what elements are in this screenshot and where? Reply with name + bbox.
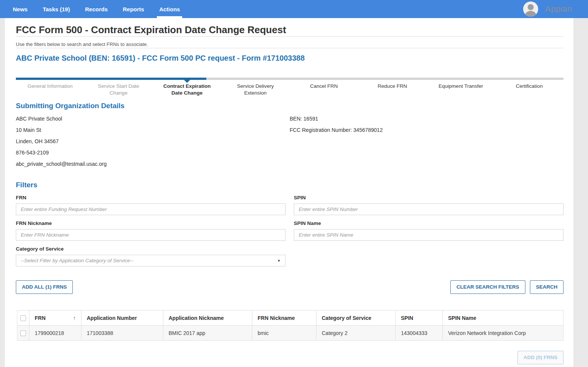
- form-heading: ABC Private School (BEN: 16591) - FCC Fo…: [16, 53, 563, 63]
- nav-item-reports[interactable]: Reports: [120, 0, 146, 18]
- current-step-caret-icon: [184, 80, 190, 83]
- cell-frn-nickname: bmic: [252, 326, 316, 341]
- category-of-service-selected-value: --Select Filter by Application Category …: [21, 258, 134, 263]
- org-fcc-registration: FCC Registration Number: 3456789012: [290, 126, 563, 137]
- page-subtitle: Use the filters below to search and sele…: [16, 41, 563, 48]
- milestone-bar: [16, 78, 563, 80]
- sort-ascending-icon[interactable]: ↑: [73, 315, 76, 321]
- filter-col-right: SPIN SPIN Name: [294, 194, 563, 271]
- footer-row: ADD (0) FRNS: [16, 351, 563, 364]
- frn-nickname-label: FRN Nickname: [16, 220, 286, 227]
- table-header-row: FRN ↑ Application Number Application Nic…: [17, 310, 563, 326]
- org-address-line1: 10 Main St: [16, 126, 290, 137]
- page-body: FCC Form 500 - Contract Expiration Date …: [0, 18, 588, 367]
- filter-grid: FRN FRN Nickname Category of Service --S…: [16, 194, 563, 271]
- wizard-milestone: General Information Service Start Date C…: [16, 78, 563, 96]
- step-contract-expiration-date-change: Contract Expiration Date Change: [153, 83, 221, 96]
- org-details-right: BEN: 16591 FCC Registration Number: 3456…: [290, 115, 563, 171]
- top-navigation-bar: News Tasks (19) Records Reports Actions …: [0, 0, 588, 18]
- column-header-spin-name[interactable]: SPIN Name: [443, 310, 563, 326]
- chevron-down-icon: ▼: [277, 259, 281, 263]
- column-header-frn-label: FRN: [35, 315, 46, 321]
- frn-nickname-input[interactable]: [16, 229, 286, 241]
- frn-results-table: FRN ↑ Application Number Application Nic…: [17, 310, 563, 341]
- select-all-cell: [17, 310, 29, 326]
- nav-item-records[interactable]: Records: [83, 0, 110, 18]
- cell-application-nickname: BMIC 2017 app: [163, 326, 252, 341]
- org-ben: BEN: 16591: [290, 115, 563, 126]
- column-header-frn-nickname[interactable]: FRN Nickname: [252, 310, 316, 326]
- spin-name-label: SPIN Name: [294, 220, 563, 227]
- filter-col-left: FRN FRN Nickname Category of Service --S…: [16, 194, 286, 271]
- nav-item-actions[interactable]: Actions: [157, 0, 182, 18]
- frn-input[interactable]: [16, 203, 286, 215]
- spin-input[interactable]: [294, 203, 563, 215]
- column-header-application-number[interactable]: Application Number: [81, 310, 163, 326]
- page-gutter-left: [0, 18, 5, 367]
- cell-spin-name: Verizon Network Integration Corp: [443, 326, 563, 341]
- spin-name-input[interactable]: [294, 229, 563, 241]
- spin-field: SPIN: [294, 194, 563, 215]
- step-service-delivery-extension: Service Delivery Extension: [221, 83, 290, 96]
- step-service-start-date-change: Service Start Date Change: [84, 83, 153, 96]
- step-reduce-frn: Reduce FRN: [358, 83, 427, 96]
- org-email: abc_private_school@testmail.usac.org: [16, 160, 290, 171]
- org-address-line2: Linden, OH 34567: [16, 137, 290, 148]
- search-button[interactable]: SEARCH: [530, 280, 563, 294]
- appian-logo: Appian: [545, 4, 572, 14]
- results-grid-wrap: FRN ↑ Application Number Application Nic…: [16, 310, 563, 341]
- frn-nickname-field: FRN Nickname: [16, 220, 286, 241]
- frn-field: FRN: [16, 194, 286, 215]
- cell-frn: 1799000218: [29, 326, 81, 341]
- frn-label: FRN: [16, 194, 286, 201]
- header-right: Appian: [523, 0, 588, 18]
- step-equipment-transfer: Equipment Transfer: [427, 83, 495, 96]
- milestone-progress-fill: [16, 78, 206, 80]
- step-cancel-frn: Cancel FRN: [290, 83, 358, 96]
- cell-spin: 143004333: [396, 326, 443, 341]
- milestone-labels: General Information Service Start Date C…: [16, 83, 563, 96]
- step-general-information: General Information: [16, 83, 84, 96]
- nav-item-news[interactable]: News: [11, 0, 30, 18]
- column-header-category-of-service[interactable]: Category of Service: [316, 310, 396, 326]
- search-buttons-group: CLEAR SEARCH FILTERS SEARCH: [450, 280, 563, 294]
- user-avatar[interactable]: [523, 2, 538, 17]
- page-title: FCC Form 500 - Contract Expiration Date …: [16, 23, 563, 36]
- step-certification: Certification: [495, 83, 564, 96]
- column-header-frn[interactable]: FRN ↑: [29, 310, 81, 326]
- column-header-spin[interactable]: SPIN: [396, 310, 443, 326]
- divider: [16, 48, 563, 48]
- table-row: 1799000218 171003388 BMIC 2017 app bmic …: [17, 326, 563, 341]
- row-select-cell: [17, 326, 29, 341]
- main-content: FCC Form 500 - Contract Expiration Date …: [5, 18, 574, 367]
- org-details-heading: Submitting Organization Details: [16, 101, 563, 111]
- add-selected-frns-button[interactable]: ADD (0) FRNS: [517, 351, 563, 364]
- category-of-service-label: Category of Service: [16, 246, 286, 252]
- nav-item-tasks[interactable]: Tasks (19): [40, 0, 72, 18]
- filters-heading: Filters: [16, 180, 563, 190]
- category-of-service-field: Category of Service --Select Filter by A…: [16, 246, 286, 266]
- row-checkbox[interactable]: [20, 330, 26, 336]
- person-icon: [523, 2, 538, 17]
- add-all-frns-button[interactable]: ADD ALL (1) FRNS: [16, 280, 73, 294]
- org-details: ABC Private School 10 Main St Linden, OH…: [16, 115, 563, 171]
- select-all-checkbox[interactable]: [20, 315, 26, 321]
- spin-name-field: SPIN Name: [294, 220, 563, 241]
- category-of-service-select[interactable]: --Select Filter by Application Category …: [16, 255, 286, 266]
- filter-button-row: ADD ALL (1) FRNS CLEAR SEARCH FILTERS SE…: [16, 280, 563, 294]
- org-details-left: ABC Private School 10 Main St Linden, OH…: [16, 115, 290, 171]
- divider: [16, 36, 563, 37]
- org-phone: 876-543-2109: [16, 148, 290, 160]
- cell-application-number: 171003388: [81, 326, 163, 341]
- page-gutter-right: [574, 18, 588, 367]
- org-name: ABC Private School: [16, 115, 290, 126]
- spin-label: SPIN: [294, 194, 563, 201]
- clear-search-filters-button[interactable]: CLEAR SEARCH FILTERS: [450, 280, 525, 294]
- cell-category-of-service: Category 2: [316, 326, 396, 341]
- column-header-application-nickname[interactable]: Application Nickname: [163, 310, 252, 326]
